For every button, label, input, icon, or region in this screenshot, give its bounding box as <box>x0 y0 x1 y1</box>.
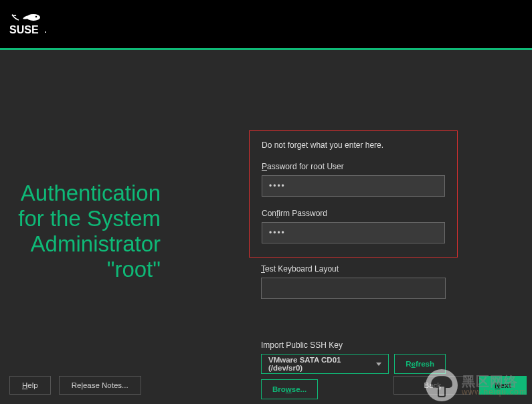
test-input[interactable] <box>261 278 446 299</box>
ssh-select[interactable]: VMware SATA CD01 (/dev/sr0) <box>261 354 389 374</box>
main-content: Authentication for the System Administra… <box>0 50 532 404</box>
password-label: Password for root User <box>262 162 445 171</box>
test-label: Test Keyboard Layout <box>261 264 446 274</box>
next-button[interactable]: Next <box>479 376 527 395</box>
form: Do not forget what you enter here. Passw… <box>249 130 458 399</box>
back-button[interactable]: Back <box>393 376 471 395</box>
svg-text:SUSE: SUSE <box>9 24 39 35</box>
help-button[interactable]: Help <box>9 376 51 395</box>
header: SUSE <box>0 0 532 48</box>
refresh-button[interactable]: Refresh <box>394 354 446 374</box>
svg-point-3 <box>45 31 46 33</box>
release-notes-button[interactable]: Release Notes... <box>59 376 141 395</box>
confirm-input[interactable] <box>262 222 445 243</box>
password-input[interactable] <box>262 175 445 197</box>
page-title: Authentication for the System Administra… <box>0 181 161 282</box>
footer: Help Release Notes... Back Next <box>9 376 527 395</box>
confirm-label: Confirm Password <box>262 209 445 218</box>
ssh-label: Import Public SSH Key <box>261 340 446 350</box>
password-group: Do not forget what you enter here. Passw… <box>249 130 458 258</box>
ssh-selected-value: VMware SATA CD01 (/dev/sr0) <box>268 356 376 372</box>
password-hint: Do not forget what you enter here. <box>262 140 445 150</box>
svg-point-1 <box>35 16 37 18</box>
chevron-down-icon <box>376 363 381 366</box>
test-group: Test Keyboard Layout <box>249 264 458 299</box>
suse-logo: SUSE <box>9 12 56 36</box>
